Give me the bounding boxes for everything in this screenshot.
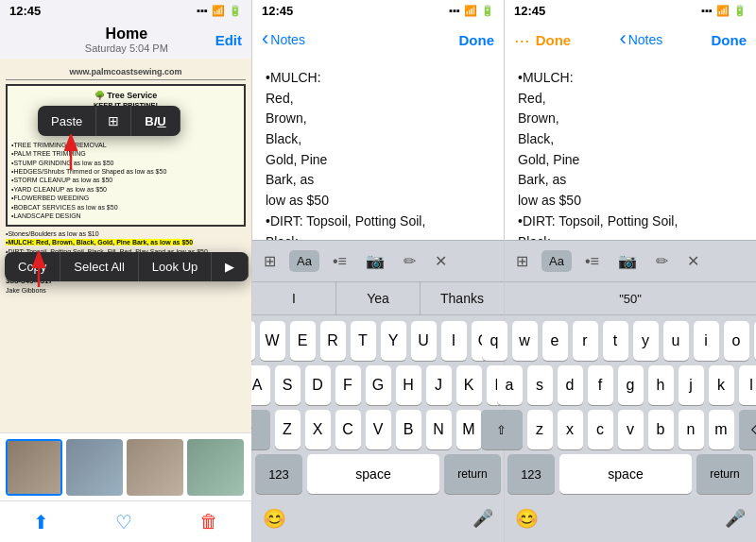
key-return[interactable]: return xyxy=(444,454,501,494)
right-key-space[interactable]: space xyxy=(559,454,692,494)
key-V[interactable]: V xyxy=(366,410,391,449)
key-space[interactable]: space xyxy=(307,454,439,494)
trash-icon[interactable]: 🗑 xyxy=(199,511,218,533)
key-e[interactable]: e xyxy=(542,321,568,361)
key-X[interactable]: X xyxy=(305,410,331,449)
key-S[interactable]: S xyxy=(275,365,301,405)
key-u[interactable]: u xyxy=(663,321,689,361)
thumbnail-4[interactable] xyxy=(187,439,244,496)
thumbnail-3[interactable] xyxy=(127,439,183,496)
right-pencil-icon[interactable]: ✏ xyxy=(650,248,674,274)
key-D[interactable]: D xyxy=(305,365,331,405)
mid-camera-icon[interactable]: 📷 xyxy=(360,248,390,274)
thumbnail-1[interactable] xyxy=(6,439,62,496)
paste-context-menu[interactable]: Paste ⊞ BIU xyxy=(38,106,180,136)
key-j[interactable]: j xyxy=(679,365,704,405)
right-done-button[interactable]: Done xyxy=(536,32,572,48)
right-done-btn2[interactable]: Done xyxy=(711,32,747,48)
mid-list-icon[interactable]: •≡ xyxy=(327,249,352,274)
right-key-delete[interactable]: ⌫ xyxy=(739,410,757,449)
key-I[interactable]: I xyxy=(441,321,467,361)
key-H[interactable]: H xyxy=(396,365,421,405)
key-B[interactable]: B xyxy=(396,410,421,449)
key-n[interactable]: n xyxy=(679,410,704,449)
key-K[interactable]: K xyxy=(456,365,482,405)
right-emoji-button[interactable]: 😊 xyxy=(507,507,546,530)
mid-notes-content[interactable]: •MULCH:Red,Brown,Black,Gold, PineBark, a… xyxy=(252,59,504,240)
mid-pencil-icon[interactable]: ✏ xyxy=(398,248,421,274)
key-R[interactable]: R xyxy=(320,321,346,361)
key-G[interactable]: G xyxy=(366,365,391,405)
key-g[interactable]: g xyxy=(618,365,644,405)
select-all-button[interactable]: Select All xyxy=(60,252,138,281)
key-x[interactable]: x xyxy=(558,410,583,449)
key-k[interactable]: k xyxy=(709,365,734,405)
key-w[interactable]: w xyxy=(512,321,538,361)
key-a[interactable]: a xyxy=(497,365,523,405)
expand-icon[interactable]: ⊞ xyxy=(96,106,131,136)
key-M[interactable]: M xyxy=(456,410,482,449)
suggestion-i[interactable]: I xyxy=(252,282,336,314)
key-b[interactable]: b xyxy=(648,410,674,449)
key-r[interactable]: r xyxy=(573,321,598,361)
suggestion-yea[interactable]: Yea xyxy=(336,282,421,314)
right-close-icon[interactable]: ✕ xyxy=(681,248,705,274)
key-F[interactable]: F xyxy=(335,365,361,405)
key-123[interactable]: 123 xyxy=(255,454,302,494)
mid-aa-btn[interactable]: Aa xyxy=(289,250,319,272)
suggestion-thanks[interactable]: Thanks xyxy=(421,282,504,314)
key-m[interactable]: m xyxy=(709,410,734,449)
right-suggestion-50[interactable]: "50" xyxy=(505,282,756,314)
mid-suggestions: I Yea Thanks xyxy=(252,281,504,315)
mid-close-icon[interactable]: ✕ xyxy=(429,248,453,274)
key-W[interactable]: W xyxy=(260,321,285,361)
key-h[interactable]: h xyxy=(648,365,674,405)
right-mic-button[interactable]: 🎤 xyxy=(717,508,753,529)
right-list-icon[interactable]: •≡ xyxy=(579,249,605,274)
mic-button[interactable]: 🎤 xyxy=(465,508,501,529)
paste-button[interactable]: Paste xyxy=(38,107,96,136)
key-U[interactable]: U xyxy=(411,321,437,361)
right-grid-icon[interactable]: ⊞ xyxy=(510,248,534,274)
mid-grid-icon[interactable]: ⊞ xyxy=(258,248,282,274)
key-q[interactable]: q xyxy=(482,321,507,361)
key-y[interactable]: y xyxy=(633,321,659,361)
right-key-shift[interactable]: ⇧ xyxy=(481,410,523,449)
key-c[interactable]: c xyxy=(588,410,613,449)
more-button[interactable]: ▶ xyxy=(212,252,249,281)
right-key-123[interactable]: 123 xyxy=(507,454,555,494)
right-camera-icon[interactable]: 📷 xyxy=(612,248,643,274)
right-notes-back[interactable]: Notes xyxy=(619,30,662,49)
key-d[interactable]: d xyxy=(558,365,583,405)
key-N[interactable]: N xyxy=(426,410,452,449)
key-v[interactable]: v xyxy=(618,410,644,449)
mid-done-button[interactable]: Done xyxy=(459,32,495,48)
right-aa-btn[interactable]: Aa xyxy=(541,250,572,272)
right-notes-content[interactable]: •MULCH:Red,Brown,Black,Gold, PineBark, a… xyxy=(505,59,756,240)
key-i[interactable]: i xyxy=(694,321,719,361)
right-key-return[interactable]: return xyxy=(696,454,753,494)
key-Z[interactable]: Z xyxy=(275,410,301,449)
biu-button[interactable]: BIU xyxy=(131,107,180,136)
key-z[interactable]: z xyxy=(527,410,553,449)
right-row-2: a s d f g h j k l xyxy=(507,365,753,405)
key-s[interactable]: s xyxy=(527,365,553,405)
key-Y[interactable]: Y xyxy=(381,321,406,361)
key-t[interactable]: t xyxy=(603,321,628,361)
look-up-button[interactable]: Look Up xyxy=(139,252,212,281)
key-E[interactable]: E xyxy=(290,321,316,361)
key-f[interactable]: f xyxy=(588,365,613,405)
emoji-button[interactable]: 😊 xyxy=(255,507,294,530)
key-C[interactable]: C xyxy=(335,410,361,449)
left-edit-button[interactable]: Edit xyxy=(215,32,242,48)
photo-main[interactable]: www.palmcoastsewing.com 🌳 Tree Service K… xyxy=(0,59,251,432)
key-T[interactable]: T xyxy=(351,321,376,361)
key-o[interactable]: o xyxy=(724,321,749,361)
key-l[interactable]: l xyxy=(739,365,757,405)
thumbnail-2[interactable] xyxy=(66,439,123,496)
heart-icon[interactable]: ♡ xyxy=(115,511,132,534)
left-status-bar: 12:45 ▪▪▪ 📶 🔋 xyxy=(0,0,251,21)
key-J[interactable]: J xyxy=(426,365,452,405)
share-icon[interactable]: ⬆ xyxy=(33,511,49,534)
mid-notes-back[interactable]: Notes xyxy=(262,30,305,49)
